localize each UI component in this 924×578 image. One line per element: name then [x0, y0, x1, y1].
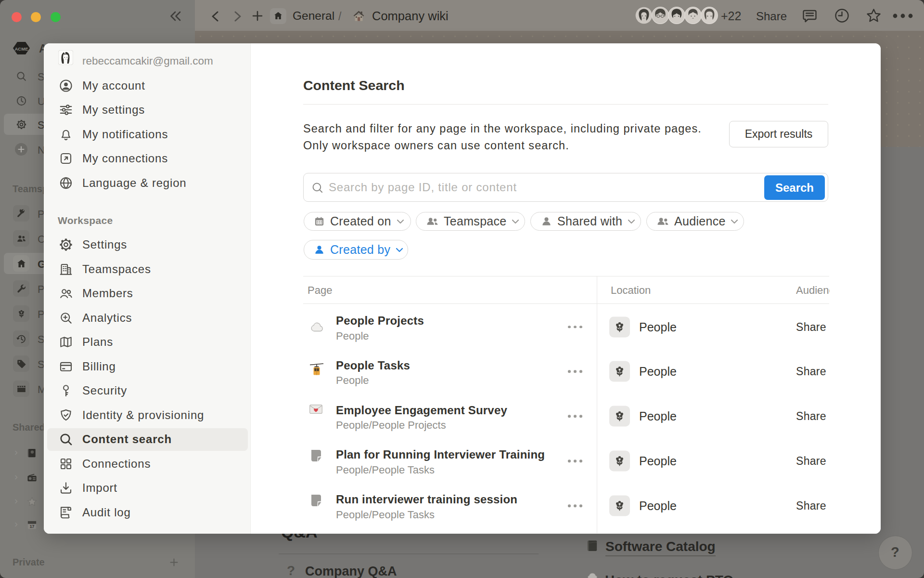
svg-text:17: 17 [30, 524, 35, 529]
svg-text:ACME: ACME [15, 46, 28, 52]
